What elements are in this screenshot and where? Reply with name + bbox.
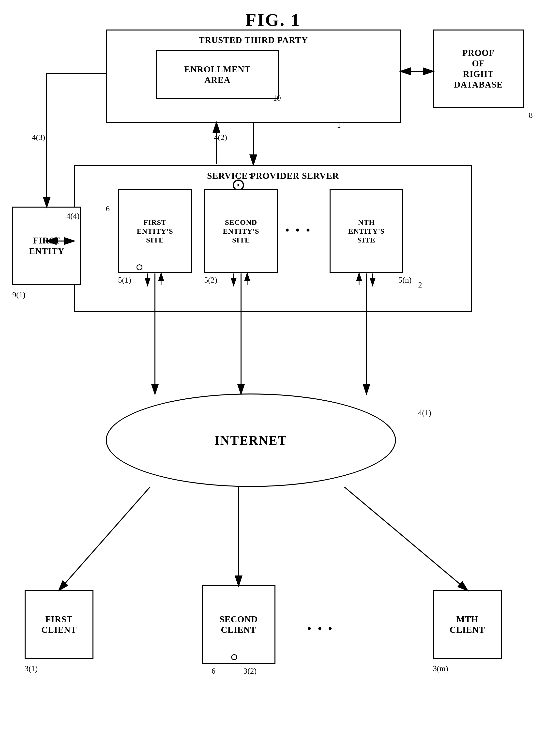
site2-label: SECONDENTITY'SSITE xyxy=(223,218,259,244)
internet-ellipse: INTERNET xyxy=(106,393,396,487)
clientm-box: mthCLIENT xyxy=(433,590,502,659)
ttp-box: TRUSTED THIRD PARTY ENROLLMENTAREA xyxy=(106,30,401,123)
enrollment-box: ENROLLMENTAREA xyxy=(156,50,279,99)
client1-box: FIRSTCLIENT xyxy=(25,590,93,659)
internet-label: INTERNET xyxy=(214,433,287,448)
siten-box: nthENTITY'SSITE xyxy=(330,189,403,273)
ttp-label: TRUSTED THIRD PARTY xyxy=(199,35,308,45)
internet-ref: 4(1) xyxy=(418,408,431,417)
sps-label: SERVICE PROVIDER SERVER xyxy=(207,171,339,181)
enrollment-ref: 10 xyxy=(273,93,281,103)
siten-ref: 5(n) xyxy=(398,275,411,285)
site2-ref: 5(2) xyxy=(204,275,217,285)
site1-box: FIRSTENTITY'SSITE xyxy=(118,189,192,273)
dots-clients: • • • xyxy=(307,622,334,635)
client1-ref: 3(1) xyxy=(25,664,38,673)
r4-2: 4(2) xyxy=(214,133,227,142)
ttp-ref: 1 xyxy=(337,121,341,130)
client2-ref-6: 6 xyxy=(212,666,215,676)
figure-title: FIG. 1 xyxy=(245,10,301,30)
r4-4: 4(4) xyxy=(66,212,79,221)
dots-sites: • • • xyxy=(285,224,312,236)
enrollment-label: ENROLLMENTAREA xyxy=(184,64,251,85)
client2-label: SECONDCLIENT xyxy=(219,614,258,635)
client2-ref: 3(2) xyxy=(243,666,257,676)
first-entity-label: FIRSTENTITY xyxy=(29,235,64,257)
clientm-ref: 3(m) xyxy=(433,664,448,673)
client2-box: SECONDCLIENT xyxy=(202,585,275,664)
r6a: 6 xyxy=(106,204,110,213)
proof-ref: 8 xyxy=(529,111,533,120)
client1-label: FIRSTCLIENT xyxy=(41,614,77,635)
r4-3: 4(3) xyxy=(32,133,45,142)
r7: 7 xyxy=(248,172,252,181)
proof-label: PROOFOFRIGHTDATABASE xyxy=(454,48,503,90)
site1-ref: 5(1) xyxy=(118,275,131,285)
clientm-label: mthCLIENT xyxy=(450,614,485,635)
siten-label: nthENTITY'SSITE xyxy=(348,218,385,244)
first-entity-ref: 9(1) xyxy=(12,290,25,299)
site1-label: FIRSTENTITY'SSITE xyxy=(137,218,173,244)
site1-circle xyxy=(137,264,142,270)
proof-box: PROOFOFRIGHTDATABASE xyxy=(433,30,524,108)
site2-box: SECONDENTITY'SSITE xyxy=(204,189,278,273)
client2-circle xyxy=(231,654,237,660)
r2: 2 xyxy=(418,280,422,289)
